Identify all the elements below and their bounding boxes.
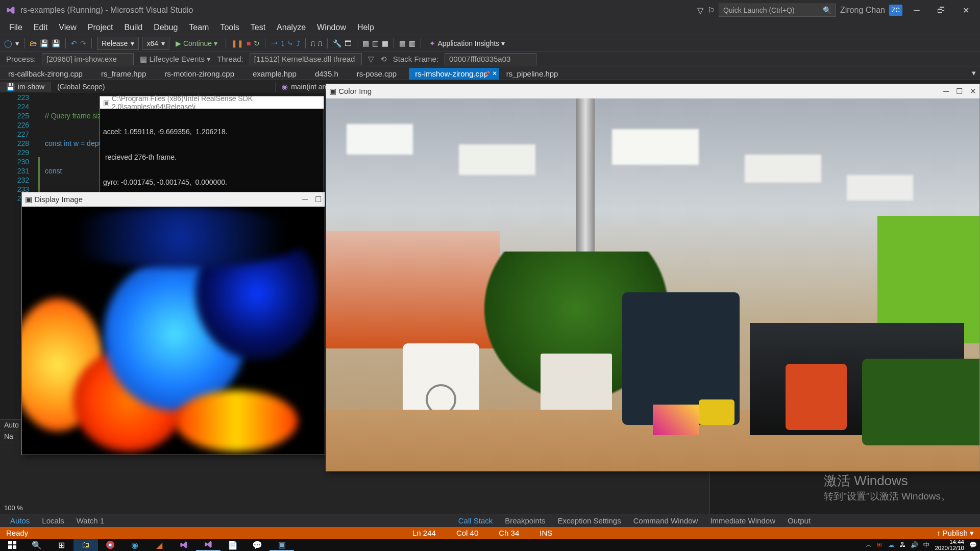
depth-window[interactable]: ▣ Display Image ─☐ — [21, 192, 325, 455]
console-window[interactable]: ▣ C:\Program Files (x86)\Intel RealSense… — [100, 96, 324, 193]
flag-icon[interactable]: ⚐ — [707, 6, 715, 15]
menu-help[interactable]: Help — [352, 22, 379, 33]
redo-icon[interactable]: ↷ — [80, 39, 86, 47]
tab-locals[interactable]: Locals — [36, 515, 70, 527]
vs-running-icon[interactable] — [196, 539, 220, 551]
tray-notify-icon[interactable]: 💬 — [969, 541, 977, 548]
tab-overflow-icon[interactable]: ▾ — [968, 66, 980, 80]
menu-edit[interactable]: Edit — [29, 22, 53, 33]
tab-example[interactable]: example.hpp — [247, 68, 308, 80]
toggle-icon[interactable]: ⎍ — [311, 39, 315, 47]
pause-icon[interactable]: ❚❚ — [231, 39, 243, 47]
thread-nav-icon[interactable]: ⟲ — [380, 55, 387, 64]
tab-breakpoints[interactable]: Breakpoints — [499, 515, 551, 527]
chevron-down-icon[interactable]: ▾ — [15, 39, 19, 47]
app-window-icon[interactable]: ▣ — [270, 539, 294, 551]
project-scope[interactable]: 💾im-show — [0, 82, 51, 92]
restore-button[interactable]: 🗗 — [931, 3, 951, 18]
tray-clock[interactable]: 14:44 2020/12/10 — [935, 539, 964, 551]
tray-ime[interactable]: 中 — [923, 541, 929, 549]
minimize-icon[interactable]: ─ — [943, 87, 949, 96]
menu-test[interactable]: Test — [246, 22, 271, 33]
color-window[interactable]: ▣ Color Img ─☐✕ — [326, 84, 980, 471]
process-combo[interactable]: [20960] im-show.exe — [42, 53, 134, 65]
minimize-icon[interactable]: ─ — [302, 195, 308, 204]
config-combo[interactable]: Release▾ — [97, 37, 139, 50]
tab-rs-imshow[interactable]: rs-imshow-zirong.cpp📌✕ — [409, 68, 499, 80]
global-scope[interactable]: (Global Scope) — [51, 82, 276, 92]
menu-team[interactable]: Team — [184, 22, 214, 33]
tab-rs-callback[interactable]: rs-callback-zirong.cpp — [2, 68, 94, 80]
tray-net-icon[interactable]: 🖧 — [899, 541, 905, 548]
menu-window[interactable]: Window — [312, 22, 351, 33]
tab-immediate[interactable]: Immediate Window — [704, 515, 781, 527]
toggle-icon[interactable]: 🗔 — [345, 39, 352, 47]
tab-callstack[interactable]: Call Stack — [452, 515, 499, 527]
close-icon[interactable]: ✕ — [970, 87, 976, 96]
app-insights-button[interactable]: ✦Application Insights▾ — [426, 37, 508, 50]
tray-up-icon[interactable]: ︿ — [866, 541, 872, 549]
tool-icon[interactable]: ▥ — [409, 39, 415, 47]
tab-watch1[interactable]: Watch 1 — [70, 515, 110, 527]
menu-tools[interactable]: Tools — [215, 22, 244, 33]
continue-button[interactable]: ▶Continue▾ — [173, 37, 220, 50]
step-out-icon[interactable]: ⤴ — [297, 39, 300, 47]
menu-view[interactable]: View — [54, 22, 81, 33]
tab-exception[interactable]: Exception Settings — [551, 515, 627, 527]
tab-output[interactable]: Output — [781, 515, 817, 527]
start-button[interactable] — [0, 539, 24, 551]
close-button[interactable]: ✕ — [955, 3, 976, 18]
tool-icon[interactable]: ▤ — [362, 39, 369, 47]
maximize-icon[interactable]: ☐ — [956, 87, 963, 96]
explorer-icon[interactable]: 🗂 — [74, 539, 98, 551]
menu-file[interactable]: File — [4, 22, 28, 33]
quick-launch[interactable]: Quick Launch (Ctrl+Q) 🔍 — [719, 4, 836, 17]
user-badge[interactable]: ZC — [889, 5, 902, 16]
toggle-icon[interactable]: ⎍ — [318, 39, 322, 47]
app-icon[interactable]: ◉ — [122, 539, 147, 551]
notify-icon[interactable]: ▽ — [697, 6, 703, 15]
notepad-icon[interactable]: 📄 — [220, 539, 245, 551]
menu-analyze[interactable]: Analyze — [272, 22, 311, 33]
maximize-icon[interactable]: ☐ — [315, 195, 322, 204]
tray-security-icon[interactable]: ⛨ — [877, 541, 883, 548]
stack-combo[interactable]: 00007fffd0335a03 — [445, 53, 536, 65]
save-all-icon[interactable]: 💾 — [52, 39, 60, 47]
restart-icon[interactable]: ↻ — [254, 39, 260, 47]
save-icon[interactable]: 💾 — [40, 39, 48, 47]
vs-icon[interactable] — [172, 539, 196, 551]
user-name[interactable]: Zirong Chan — [840, 6, 885, 15]
pin-icon[interactable]: 📌 — [484, 71, 490, 77]
wechat-icon[interactable]: 💬 — [245, 539, 270, 551]
matlab-icon[interactable]: ◢ — [147, 539, 172, 551]
undo-icon[interactable]: ↶ — [71, 39, 77, 47]
tab-autos[interactable]: Autos — [4, 515, 36, 527]
zoom-level[interactable]: 100 % — [4, 504, 23, 512]
chrome-icon[interactable] — [98, 539, 122, 551]
tab-rs-pipeline[interactable]: rs_pipeline.hpp — [500, 68, 570, 80]
search-button[interactable]: 🔍 — [24, 539, 49, 551]
publish-button[interactable]: ↑ Publish ▾ — [937, 529, 974, 538]
tool-icon[interactable]: ▥ — [372, 39, 379, 47]
taskview-button[interactable]: ⊞ — [49, 539, 74, 551]
menu-project[interactable]: Project — [83, 22, 118, 33]
step-over-icon[interactable]: ⤷ — [287, 39, 293, 47]
stop-icon[interactable]: ■ — [247, 39, 251, 47]
debug-target-icon[interactable]: 🔧 — [333, 39, 341, 47]
open-icon[interactable]: 🗁 — [30, 39, 37, 47]
step-next-icon[interactable]: ⭢ — [271, 39, 278, 47]
tray-vol-icon[interactable]: 🔊 — [911, 541, 918, 548]
thread-nav-icon[interactable]: ▽ — [368, 55, 374, 64]
menu-debug[interactable]: Debug — [149, 22, 183, 33]
close-icon[interactable]: ✕ — [492, 70, 497, 77]
nav-back-icon[interactable]: ◯ — [4, 39, 12, 47]
platform-combo[interactable]: x64▾ — [142, 37, 169, 50]
tool-icon[interactable]: ▦ — [382, 39, 388, 47]
thread-combo[interactable]: [11512] KernelBase.dll thread — [250, 53, 362, 65]
tab-d435[interactable]: d435.h — [309, 68, 350, 80]
tab-rs-pose[interactable]: rs-pose.cpp — [351, 68, 408, 80]
lifecycle-icon[interactable]: ▦ Lifecycle Events ▾ — [140, 55, 211, 64]
minimize-button[interactable]: ─ — [906, 3, 927, 18]
tab-rs-frame[interactable]: rs_frame.hpp — [95, 68, 157, 80]
tab-rs-motion[interactable]: rs-motion-zirong.cpp — [158, 68, 246, 80]
